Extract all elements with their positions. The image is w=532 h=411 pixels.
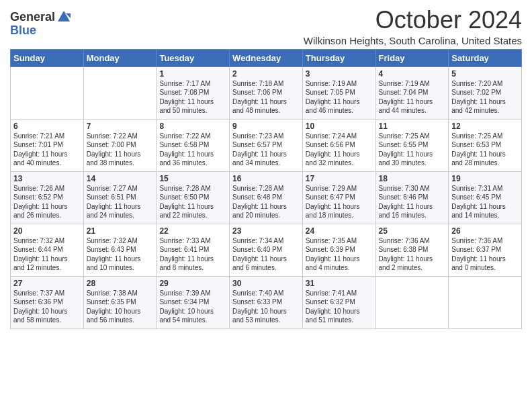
calendar-cell xyxy=(375,276,449,328)
calendar-cell: 14Sunrise: 7:27 AMSunset: 6:51 PMDayligh… xyxy=(83,171,157,224)
calendar-cell: 7Sunrise: 7:22 AMSunset: 7:00 PMDaylight… xyxy=(83,119,157,171)
calendar-cell: 19Sunrise: 7:31 AMSunset: 6:45 PMDayligh… xyxy=(449,171,522,224)
day-number: 29 xyxy=(159,279,226,288)
calendar-cell: 2Sunrise: 7:18 AMSunset: 7:06 PMDaylight… xyxy=(230,66,303,119)
day-info: Sunrise: 7:24 AMSunset: 6:56 PMDaylight:… xyxy=(306,132,373,168)
day-number: 17 xyxy=(306,174,373,183)
calendar-cell xyxy=(11,66,84,119)
logo-general: General xyxy=(10,11,55,23)
day-info: Sunrise: 7:34 AMSunset: 6:40 PMDaylight:… xyxy=(232,236,300,273)
header-day-tuesday: Tuesday xyxy=(157,49,230,66)
day-info: Sunrise: 7:23 AMSunset: 6:57 PMDaylight:… xyxy=(232,132,300,168)
logo-blue: Blue xyxy=(10,24,36,36)
day-number: 19 xyxy=(451,174,519,183)
day-number: 15 xyxy=(159,174,226,183)
calendar-cell: 31Sunrise: 7:41 AMSunset: 6:32 PMDayligh… xyxy=(302,276,375,328)
calendar-cell: 24Sunrise: 7:35 AMSunset: 6:39 PMDayligh… xyxy=(302,224,375,276)
day-number: 24 xyxy=(306,226,373,236)
logo-blue-text: Blue xyxy=(10,24,36,36)
calendar-page: General Blue October 2024 Wilkinson Heig… xyxy=(0,0,532,411)
day-info: Sunrise: 7:26 AMSunset: 6:52 PMDaylight:… xyxy=(13,184,81,220)
day-info: Sunrise: 7:22 AMSunset: 6:58 PMDaylight:… xyxy=(159,132,226,168)
week-row-3: 13Sunrise: 7:26 AMSunset: 6:52 PMDayligh… xyxy=(11,171,522,224)
calendar-cell: 30Sunrise: 7:40 AMSunset: 6:33 PMDayligh… xyxy=(230,276,303,328)
week-row-2: 6Sunrise: 7:21 AMSunset: 7:01 PMDaylight… xyxy=(11,119,522,171)
day-number: 14 xyxy=(87,174,154,183)
header-day-wednesday: Wednesday xyxy=(230,49,303,66)
day-number: 16 xyxy=(232,174,300,183)
day-info: Sunrise: 7:25 AMSunset: 6:55 PMDaylight:… xyxy=(379,132,446,168)
day-number: 22 xyxy=(159,226,226,236)
calendar-cell: 12Sunrise: 7:25 AMSunset: 6:53 PMDayligh… xyxy=(449,119,522,171)
day-number: 21 xyxy=(87,226,154,236)
header-area: General Blue October 2024 Wilkinson Heig… xyxy=(10,7,522,46)
logo-area: General Blue xyxy=(10,7,71,36)
calendar-cell: 29Sunrise: 7:39 AMSunset: 6:34 PMDayligh… xyxy=(157,276,230,328)
day-info: Sunrise: 7:18 AMSunset: 7:06 PMDaylight:… xyxy=(232,79,300,116)
calendar-cell: 27Sunrise: 7:37 AMSunset: 6:36 PMDayligh… xyxy=(11,276,84,328)
header-day-thursday: Thursday xyxy=(302,49,375,66)
calendar-table: SundayMondayTuesdayWednesdayThursdayFrid… xyxy=(10,49,522,329)
calendar-cell: 20Sunrise: 7:32 AMSunset: 6:44 PMDayligh… xyxy=(11,224,84,276)
day-number: 1 xyxy=(159,69,226,79)
calendar-cell: 11Sunrise: 7:25 AMSunset: 6:55 PMDayligh… xyxy=(375,119,449,171)
day-number: 10 xyxy=(306,122,373,131)
day-number: 26 xyxy=(451,226,519,236)
header-day-monday: Monday xyxy=(83,49,157,66)
calendar-cell: 16Sunrise: 7:28 AMSunset: 6:48 PMDayligh… xyxy=(230,171,303,224)
header-day-friday: Friday xyxy=(375,49,449,66)
day-number: 18 xyxy=(379,174,446,183)
day-number: 3 xyxy=(306,69,373,79)
header-row: SundayMondayTuesdayWednesdayThursdayFrid… xyxy=(11,49,522,66)
day-info: Sunrise: 7:36 AMSunset: 6:37 PMDaylight:… xyxy=(451,236,519,273)
day-info: Sunrise: 7:30 AMSunset: 6:46 PMDaylight:… xyxy=(379,184,446,220)
day-info: Sunrise: 7:38 AMSunset: 6:35 PMDaylight:… xyxy=(87,289,154,325)
week-row-1: 1Sunrise: 7:17 AMSunset: 7:08 PMDaylight… xyxy=(11,66,522,119)
calendar-cell: 5Sunrise: 7:20 AMSunset: 7:02 PMDaylight… xyxy=(449,66,522,119)
day-info: Sunrise: 7:19 AMSunset: 7:05 PMDaylight:… xyxy=(306,79,373,116)
day-info: Sunrise: 7:31 AMSunset: 6:45 PMDaylight:… xyxy=(451,184,519,220)
calendar-cell: 18Sunrise: 7:30 AMSunset: 6:46 PMDayligh… xyxy=(375,171,449,224)
calendar-cell: 17Sunrise: 7:29 AMSunset: 6:47 PMDayligh… xyxy=(302,171,375,224)
day-info: Sunrise: 7:32 AMSunset: 6:43 PMDaylight:… xyxy=(87,236,154,273)
calendar-cell: 26Sunrise: 7:36 AMSunset: 6:37 PMDayligh… xyxy=(449,224,522,276)
day-info: Sunrise: 7:21 AMSunset: 7:01 PMDaylight:… xyxy=(13,132,81,168)
calendar-cell: 9Sunrise: 7:23 AMSunset: 6:57 PMDaylight… xyxy=(230,119,303,171)
calendar-cell: 22Sunrise: 7:33 AMSunset: 6:41 PMDayligh… xyxy=(157,224,230,276)
calendar-cell: 6Sunrise: 7:21 AMSunset: 7:01 PMDaylight… xyxy=(11,119,84,171)
calendar-cell: 15Sunrise: 7:28 AMSunset: 6:50 PMDayligh… xyxy=(157,171,230,224)
day-info: Sunrise: 7:20 AMSunset: 7:02 PMDaylight:… xyxy=(451,79,519,116)
calendar-cell xyxy=(83,66,157,119)
day-info: Sunrise: 7:25 AMSunset: 6:53 PMDaylight:… xyxy=(451,132,519,168)
day-number: 6 xyxy=(13,122,81,131)
svg-marker-0 xyxy=(58,11,70,21)
day-number: 5 xyxy=(451,69,519,79)
day-number: 4 xyxy=(379,69,446,79)
calendar-cell: 10Sunrise: 7:24 AMSunset: 6:56 PMDayligh… xyxy=(302,119,375,171)
day-number: 31 xyxy=(306,279,373,288)
day-info: Sunrise: 7:37 AMSunset: 6:36 PMDaylight:… xyxy=(13,289,81,325)
day-number: 8 xyxy=(159,122,226,131)
calendar-cell: 13Sunrise: 7:26 AMSunset: 6:52 PMDayligh… xyxy=(11,171,84,224)
day-info: Sunrise: 7:29 AMSunset: 6:47 PMDaylight:… xyxy=(306,184,373,220)
day-info: Sunrise: 7:33 AMSunset: 6:41 PMDaylight:… xyxy=(159,236,226,273)
day-info: Sunrise: 7:39 AMSunset: 6:34 PMDaylight:… xyxy=(159,289,226,325)
day-number: 27 xyxy=(13,279,81,288)
header-day-sunday: Sunday xyxy=(11,49,84,66)
calendar-cell: 28Sunrise: 7:38 AMSunset: 6:35 PMDayligh… xyxy=(83,276,157,328)
day-number: 25 xyxy=(379,226,446,236)
day-info: Sunrise: 7:40 AMSunset: 6:33 PMDaylight:… xyxy=(232,289,300,325)
location-title: Wilkinson Heights, South Carolina, Unite… xyxy=(304,35,522,46)
day-number: 2 xyxy=(232,69,300,79)
month-title: October 2024 xyxy=(304,7,522,34)
day-number: 20 xyxy=(13,226,81,236)
day-info: Sunrise: 7:28 AMSunset: 6:50 PMDaylight:… xyxy=(159,184,226,220)
day-info: Sunrise: 7:17 AMSunset: 7:08 PMDaylight:… xyxy=(159,79,226,116)
calendar-cell: 8Sunrise: 7:22 AMSunset: 6:58 PMDaylight… xyxy=(157,119,230,171)
logo-text: General xyxy=(10,9,71,24)
calendar-cell: 23Sunrise: 7:34 AMSunset: 6:40 PMDayligh… xyxy=(230,224,303,276)
calendar-cell: 4Sunrise: 7:19 AMSunset: 7:04 PMDaylight… xyxy=(375,66,449,119)
calendar-cell xyxy=(449,276,522,328)
calendar-cell: 21Sunrise: 7:32 AMSunset: 6:43 PMDayligh… xyxy=(83,224,157,276)
day-number: 23 xyxy=(232,226,300,236)
